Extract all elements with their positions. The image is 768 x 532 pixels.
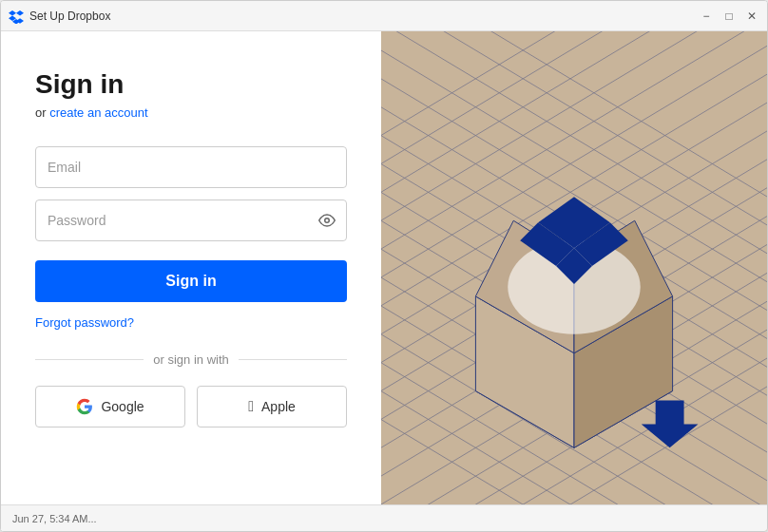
create-account-prefix: or xyxy=(35,105,49,120)
bottom-bar: Jun 27, 5:34 AM... xyxy=(1,504,767,531)
restore-button[interactable]: □ xyxy=(721,9,737,24)
google-button-label: Google xyxy=(101,399,144,414)
dropbox-icon xyxy=(9,9,24,24)
right-panel xyxy=(381,31,767,531)
password-group xyxy=(35,200,347,241)
divider-text: or sign in with xyxy=(153,352,228,367)
email-input[interactable] xyxy=(35,146,347,188)
divider-left xyxy=(35,359,144,360)
divider: or sign in with xyxy=(35,352,347,367)
email-group xyxy=(35,146,347,188)
social-buttons: Google  Apple xyxy=(35,386,347,428)
forgot-password-link[interactable]: Forgot password? xyxy=(35,315,347,330)
create-account-link[interactable]: create an account xyxy=(49,105,147,120)
create-account-line: or create an account xyxy=(35,105,347,120)
window-controls: − □ ✕ xyxy=(699,9,759,24)
show-password-button[interactable] xyxy=(318,212,336,229)
apple-button[interactable]:  Apple xyxy=(197,386,347,428)
apple-icon:  xyxy=(248,399,254,414)
close-button[interactable]: ✕ xyxy=(744,9,759,24)
svg-point-0 xyxy=(325,218,330,223)
titlebar: Set Up Dropbox − □ ✕ xyxy=(1,1,767,31)
google-button[interactable]: Google xyxy=(35,386,185,428)
divider-right xyxy=(239,359,347,360)
minimize-button[interactable]: − xyxy=(699,9,714,24)
password-input[interactable] xyxy=(35,200,347,241)
left-panel: Sign in or create an account Sign in For… xyxy=(1,31,381,531)
apple-button-label: Apple xyxy=(261,399,296,414)
eye-icon xyxy=(318,212,336,229)
window-title: Set Up Dropbox xyxy=(29,10,699,23)
page-title: Sign in xyxy=(35,69,347,100)
sign-in-button[interactable]: Sign in xyxy=(35,260,347,302)
google-icon xyxy=(76,398,93,415)
status-text: Jun 27, 5:34 AM... xyxy=(12,513,97,524)
dropbox-illustration xyxy=(381,31,767,531)
app-window: Set Up Dropbox − □ ✕ Sign in or create a… xyxy=(0,0,768,532)
main-content: Sign in or create an account Sign in For… xyxy=(1,31,767,531)
